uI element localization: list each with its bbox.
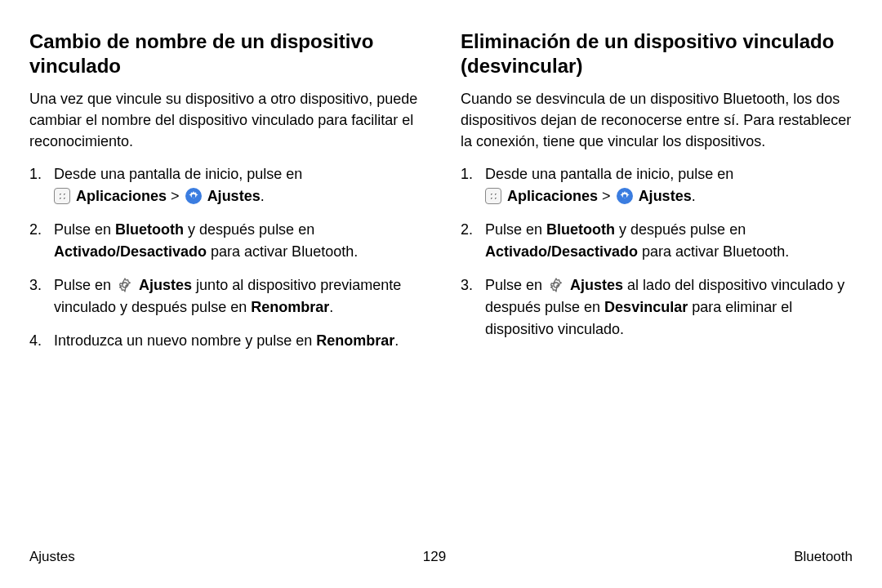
right-step-2: Pulse en Bluetooth y después pulse en Ac…	[461, 219, 853, 263]
t: Pulse en	[54, 221, 115, 238]
t: y después pulse en	[615, 221, 746, 238]
t: Renombrar	[251, 299, 329, 315]
right-step-3: Pulse en Ajustes al lado del dispositivo…	[461, 274, 853, 341]
left-steps: Desde una pantalla de inicio, pulse en A…	[29, 163, 421, 352]
angle-bracket: >	[171, 188, 180, 204]
t: Bluetooth	[546, 221, 615, 238]
left-heading: Cambio de nombre de un dispositivo vincu…	[29, 29, 421, 78]
step-text: Desde una pantalla de inicio, pulse en	[485, 166, 733, 182]
right-column: Eliminación de un dispositivo vinculado …	[461, 29, 853, 541]
footer-left: Ajustes	[29, 549, 75, 565]
t: Renombrar	[316, 332, 394, 349]
period: .	[692, 188, 696, 204]
step-text: Desde una pantalla de inicio, pulse en	[54, 166, 302, 182]
t: para activar Bluetooth.	[207, 243, 358, 260]
right-intro: Cuando se desvincula de un dispositivo B…	[461, 88, 853, 152]
angle-bracket: >	[602, 188, 611, 204]
apps-icon	[485, 188, 501, 204]
left-intro: Una vez que vincule su dispositivo a otr…	[29, 88, 421, 152]
t: y después pulse en	[184, 221, 314, 238]
settings-label: Ajustes	[207, 188, 261, 204]
t: Activado/Desactivado	[54, 243, 207, 260]
left-step-3: Pulse en Ajustes junto al dispositivo pr…	[29, 274, 421, 318]
apps-icon	[54, 188, 70, 204]
t: Desvincular	[604, 299, 688, 315]
t: Pulse en	[485, 221, 546, 238]
settings-gear-icon	[185, 188, 202, 204]
left-step-4: Introduzca un nuevo nombre y pulse en Re…	[29, 330, 421, 352]
t: Ajustes	[570, 277, 623, 293]
t: Introduzca un nuevo nombre y pulse en	[54, 332, 316, 349]
apps-label: Aplicaciones	[76, 188, 167, 204]
t: .	[329, 299, 333, 315]
settings-label: Ajustes	[639, 188, 692, 204]
footer-page-number: 129	[423, 549, 446, 565]
right-steps: Desde una pantalla de inicio, pulse en A…	[461, 163, 853, 341]
left-step-2: Pulse en Bluetooth y después pulse en Ac…	[29, 219, 421, 263]
right-step-1: Desde una pantalla de inicio, pulse en A…	[461, 163, 853, 207]
page-footer: Ajustes 129 Bluetooth	[29, 541, 853, 565]
t: Activado/Desactivado	[485, 243, 638, 260]
period: .	[261, 188, 265, 204]
t: Bluetooth	[115, 221, 184, 238]
footer-right: Bluetooth	[794, 549, 853, 565]
left-step-1: Desde una pantalla de inicio, pulse en A…	[29, 163, 421, 207]
svg-point-1	[191, 194, 195, 198]
t: .	[394, 332, 399, 349]
gear-outline-icon	[548, 277, 564, 293]
right-heading: Eliminación de un dispositivo vinculado …	[461, 29, 853, 78]
t: para activar Bluetooth.	[638, 243, 789, 260]
svg-point-4	[622, 194, 626, 198]
t: Ajustes	[139, 277, 192, 293]
t: Pulse en	[485, 277, 546, 293]
left-column: Cambio de nombre de un dispositivo vincu…	[29, 29, 421, 541]
gear-outline-icon	[117, 277, 133, 293]
t: Pulse en	[54, 277, 115, 293]
apps-label: Aplicaciones	[507, 188, 598, 204]
settings-gear-icon	[617, 188, 633, 204]
